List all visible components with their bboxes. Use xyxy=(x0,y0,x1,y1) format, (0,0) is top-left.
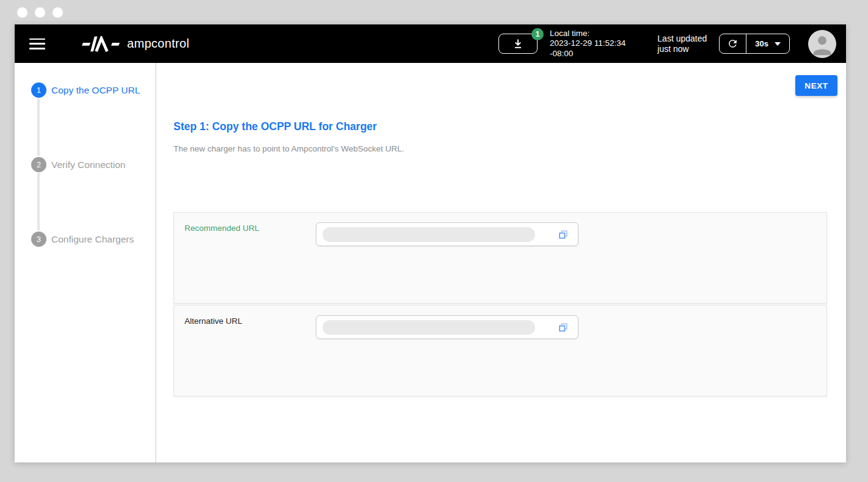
copy-icon xyxy=(557,228,569,241)
chevron-down-icon xyxy=(775,42,781,46)
recommended-url-label: Recommended URL xyxy=(184,224,259,233)
step-number-badge: 2 xyxy=(31,157,46,172)
download-count-badge: 1 xyxy=(531,28,544,40)
last-updated: Last updated just now xyxy=(657,34,707,54)
app-header: ampcontrol 1 Local time: 2023-12-29 11:5… xyxy=(15,24,846,63)
step-label: Configure Chargers xyxy=(51,232,134,247)
local-time: Local time: 2023-12-29 11:52:34 -08:00 xyxy=(550,29,625,59)
redacted-url-value xyxy=(323,320,535,335)
refresh-icon xyxy=(727,38,739,49)
stepper-sidebar: 1 Copy the OCPP URL 2 Verify Connection … xyxy=(15,63,156,462)
local-time-timezone: -08:00 xyxy=(550,49,625,59)
step-label: Copy the OCPP URL xyxy=(51,82,140,98)
step-connector xyxy=(37,98,40,156)
recommended-url-field[interactable] xyxy=(316,222,578,246)
refresh-controls: 30s xyxy=(719,34,790,54)
window-control-dot[interactable] xyxy=(53,7,63,18)
app-window: ampcontrol 1 Local time: 2023-12-29 11:5… xyxy=(15,24,846,462)
redacted-url-value xyxy=(323,227,535,242)
alternative-url-field[interactable] xyxy=(316,315,578,339)
step-label: Verify Connection xyxy=(51,157,126,172)
menu-icon[interactable] xyxy=(29,38,45,49)
next-button[interactable]: NEXT xyxy=(795,75,837,96)
step-number-badge: 3 xyxy=(31,232,46,247)
copy-button[interactable] xyxy=(555,226,572,243)
alternative-url-panel: Alternative URL xyxy=(173,305,827,396)
refresh-interval-value: 30s xyxy=(755,39,768,48)
alternative-url-label: Alternative URL xyxy=(184,316,243,326)
page-subtitle: The new charger has to point to Ampcontr… xyxy=(173,144,404,153)
ampcontrol-logo-icon xyxy=(82,36,120,52)
refresh-button[interactable] xyxy=(720,34,746,53)
step-number-badge: 1 xyxy=(31,82,46,98)
brand-logo: ampcontrol xyxy=(82,36,189,52)
person-icon xyxy=(808,30,836,58)
copy-icon xyxy=(557,321,569,334)
refresh-interval-dropdown[interactable]: 30s xyxy=(746,34,789,53)
download-icon xyxy=(512,38,524,50)
url-panels: Recommended URL Alternative URL xyxy=(173,212,827,396)
local-time-label: Local time: xyxy=(550,29,625,39)
window-controls xyxy=(17,7,63,18)
brand-name: ampcontrol xyxy=(127,37,189,51)
local-time-value: 2023-12-29 11:52:34 xyxy=(550,38,625,49)
copy-button[interactable] xyxy=(555,319,572,336)
step-content: NEXT Step 1: Copy the OCPP URL for Charg… xyxy=(156,63,846,462)
content-area: 1 Copy the OCPP URL 2 Verify Connection … xyxy=(15,63,846,462)
window-control-dot[interactable] xyxy=(35,7,45,18)
page-title: Step 1: Copy the OCPP URL for Charger xyxy=(173,120,377,133)
step-connector xyxy=(37,173,40,230)
window-control-dot[interactable] xyxy=(17,7,27,18)
user-avatar[interactable] xyxy=(808,30,836,58)
recommended-url-panel: Recommended URL xyxy=(173,212,827,304)
